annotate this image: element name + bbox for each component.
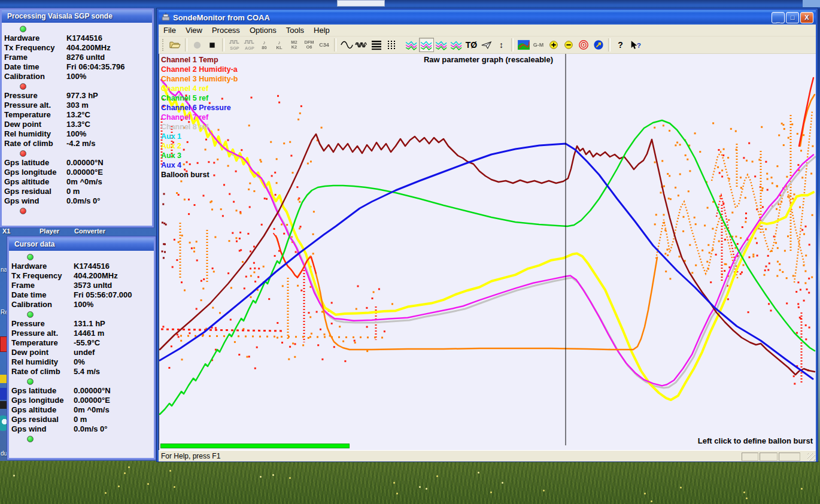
info-value: 303 m — [66, 101, 152, 110]
graph-4-button[interactable] — [449, 38, 464, 52]
info-value: 0% — [74, 357, 154, 367]
menu-file[interactable]: File — [159, 25, 181, 35]
info-row: Frame8276 unltd — [4, 53, 152, 62]
info-row: Tx Frequency404.200MHz — [11, 271, 154, 281]
info-label: Rate of climb — [4, 139, 66, 148]
m2k2-button[interactable]: M2K2 — [287, 38, 302, 52]
rescale-button[interactable]: ↕ — [494, 38, 509, 52]
legend-channel-3-humidity-b: Channel 3 Humidity-b — [161, 74, 238, 84]
maximize-button[interactable]: □ — [786, 12, 799, 23]
graph-3-button[interactable] — [434, 38, 449, 52]
titlebar[interactable]: SondeMonitor from COAA _ □ X — [159, 10, 816, 25]
info-label: Gps latitude — [11, 386, 74, 396]
menu-options[interactable]: Options — [245, 25, 281, 35]
info-value: 0.00000°E — [66, 168, 152, 177]
t-zero-button[interactable]: TØ — [464, 38, 479, 52]
status-indicator-row — [11, 309, 154, 319]
info-label: Gps longitude — [11, 396, 74, 405]
flower-dot — [436, 475, 438, 477]
compass-button[interactable] — [591, 38, 606, 52]
info-value: -4.2 m/s — [66, 139, 152, 148]
info-label: Gps wind — [4, 196, 66, 206]
record-button[interactable] — [190, 38, 205, 52]
raw-parameter-graph[interactable]: Raw parameter graph (rescaleable) Channe… — [159, 54, 816, 450]
context-help-button[interactable]: ? — [628, 38, 643, 52]
toolbar-grip[interactable] — [162, 39, 165, 51]
status-dot-red — [20, 150, 26, 157]
status-indicator-row — [4, 24, 152, 34]
close-button[interactable]: X — [800, 12, 813, 23]
desktop-icon-label: na — [1, 266, 7, 273]
raw-parameter-chart[interactable] — [159, 54, 816, 450]
menu-help[interactable]: Help — [309, 25, 335, 35]
signal-wave-button[interactable] — [339, 38, 354, 52]
info-row: Gps longitude0.00000°E — [4, 168, 152, 177]
desktop-icon[interactable] — [0, 375, 7, 383]
desktop-icon[interactable] — [0, 388, 7, 400]
info-value: 0.0m/s 0° — [66, 196, 152, 206]
progress-bar — [160, 444, 350, 448]
minimize-button[interactable]: _ — [772, 12, 785, 23]
info-label: Calibration — [11, 300, 74, 309]
status-dot-red — [20, 83, 26, 90]
info-value: 0.00000°N — [74, 386, 154, 396]
launch-button[interactable] — [479, 38, 494, 52]
resize-grip[interactable] — [807, 453, 815, 461]
raw-graph-button[interactable] — [419, 38, 434, 52]
desktop-icon[interactable] — [0, 401, 7, 409]
desktop-icon[interactable] — [0, 336, 7, 352]
flower-dot — [174, 486, 175, 488]
info-label: Pressure alt. — [11, 329, 74, 338]
app-icon — [161, 13, 171, 22]
graph-title: Raw parameter graph (rescaleable) — [339, 55, 638, 64]
info-value: 5.4 m/s — [74, 367, 154, 377]
info-label: Gps wind — [11, 424, 74, 434]
sgp-decoder-button[interactable]: SGP — [227, 38, 242, 52]
processing-window: Processing Vaisala SGP sonde HardwareK17… — [0, 8, 154, 227]
note-kl-button[interactable]: ♪KL — [272, 38, 287, 52]
menu-view[interactable]: View — [181, 25, 207, 35]
flower-dot — [490, 491, 492, 493]
info-row: Pressure alt.14461 m — [11, 329, 154, 338]
open-file-button[interactable] — [168, 38, 183, 52]
zoom-out-button[interactable] — [561, 38, 576, 52]
info-row: Gps wind0.0m/s 0° — [4, 196, 152, 206]
legend-balloon-burst: Balloon burst — [161, 170, 238, 180]
c34-button[interactable]: C34 — [317, 38, 332, 52]
zoom-in-button[interactable] — [546, 38, 561, 52]
legend-channel-7-ref: Channel 7 ref — [161, 113, 238, 122]
info-value: 0 m — [66, 187, 152, 196]
map-button[interactable] — [516, 38, 531, 52]
agp-decoder-button[interactable]: AGP — [242, 38, 257, 52]
info-row: Gps latitude0.00000°N — [11, 386, 154, 396]
info-row: Calibration100% — [11, 300, 154, 309]
status-dot-green — [20, 26, 26, 32]
info-value: 100% — [74, 300, 154, 309]
cursor-data-window-titlebar[interactable]: Cursor data — [9, 238, 154, 251]
bars-button[interactable] — [384, 38, 399, 52]
info-label: Pressure — [11, 319, 74, 329]
graph-1-button[interactable] — [404, 38, 419, 52]
dfm06-button[interactable]: DFMO6 — [302, 38, 317, 52]
info-value: 13.2°C — [66, 110, 152, 120]
info-row: Gps residual0 m — [4, 187, 152, 196]
info-value: K1744516 — [66, 34, 152, 43]
toolbar-separator — [334, 38, 336, 51]
status-panel — [760, 453, 778, 461]
signal-wave2-button[interactable] — [354, 38, 369, 52]
legend-channel-1-temp: Channel 1 Temp — [161, 55, 238, 65]
info-row: Gps wind0.0m/s 0° — [11, 424, 154, 434]
note-80-button[interactable]: ♪80 — [257, 38, 272, 52]
status-dot-green — [27, 254, 34, 260]
menu-tools[interactable]: Tools — [281, 25, 309, 35]
levels-button[interactable] — [369, 38, 384, 52]
help-button[interactable]: ? — [613, 38, 628, 52]
flower-dot — [419, 486, 421, 488]
menu-process[interactable]: Process — [207, 25, 245, 35]
target-button[interactable] — [576, 38, 591, 52]
desktop-sliver — [818, 8, 820, 461]
gm-button[interactable]: G-M — [531, 38, 546, 52]
stop-button[interactable] — [205, 38, 220, 52]
processing-window-titlebar[interactable]: Processing Vaisala SGP sonde — [2, 10, 152, 23]
window-title: SondeMonitor from COAA — [173, 13, 770, 22]
